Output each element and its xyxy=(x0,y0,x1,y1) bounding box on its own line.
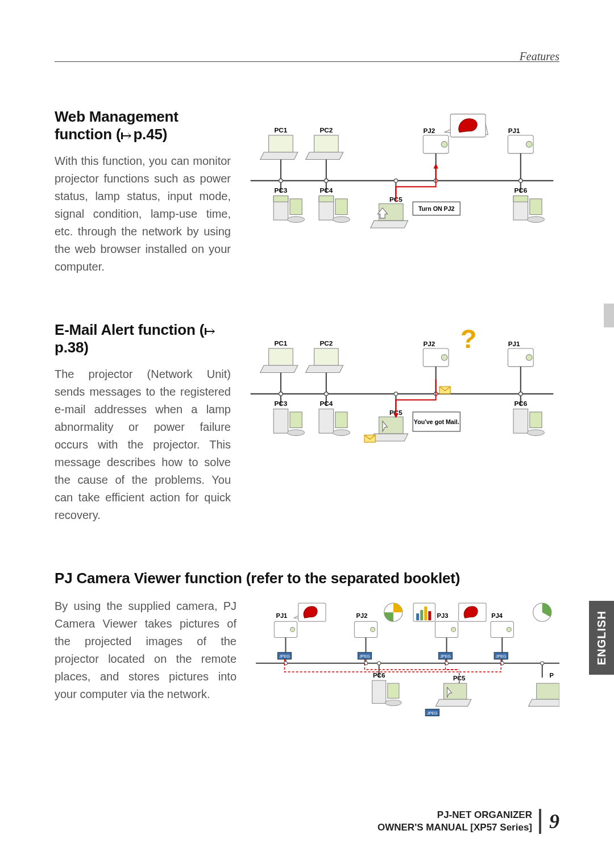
callout-text: Turn ON PJ2 xyxy=(418,205,455,212)
title-text-ref: p.45) xyxy=(133,126,167,143)
node-pj4: PJ4 JPEG xyxy=(459,603,551,665)
svg-rect-108 xyxy=(537,683,559,699)
svg-point-17 xyxy=(279,179,283,182)
node-pc4: PC4 xyxy=(319,392,350,436)
label-pc1: PC1 xyxy=(275,339,288,347)
node-pc3: PC3 xyxy=(273,392,304,436)
svg-rect-61 xyxy=(319,409,334,433)
callout-mail: You've got Mail. xyxy=(413,412,460,431)
node-pc3: PC3 xyxy=(273,179,304,223)
svg-point-101 xyxy=(377,662,381,665)
svg-rect-86 xyxy=(416,613,419,620)
svg-marker-32 xyxy=(433,164,438,169)
svg-point-38 xyxy=(528,217,545,223)
label-pc4: PC4 xyxy=(320,186,333,194)
jpeg-label: JPEG xyxy=(359,654,370,658)
svg-rect-57 xyxy=(290,412,302,428)
svg-point-96 xyxy=(507,627,511,632)
jpeg-label: JPEG xyxy=(427,711,437,715)
svg-point-60 xyxy=(325,392,328,396)
svg-rect-4 xyxy=(314,135,339,152)
svg-point-29 xyxy=(394,179,397,182)
svg-point-91 xyxy=(451,627,456,632)
node-pc6: PC6 xyxy=(513,179,544,223)
svg-rect-37 xyxy=(530,199,542,215)
jpeg-label: JPEG xyxy=(279,654,289,658)
section-title: Web Management function (p.45) xyxy=(55,108,231,143)
section-web-management: Web Management function (p.45) With this… xyxy=(55,108,559,276)
svg-point-63 xyxy=(333,430,350,436)
svg-point-65 xyxy=(394,392,397,396)
node-pc6: PC6 xyxy=(372,662,401,706)
page-footer: PJ-NET ORGANIZER OWNER'S MANUAL [XP57 Se… xyxy=(377,809,559,834)
label-pj3: PJ3 xyxy=(437,612,449,619)
title-text-pre: E-Mail Alert function ( xyxy=(55,321,204,338)
label-pc2: PC2 xyxy=(320,126,333,134)
label-pj1: PJ1 xyxy=(508,127,520,134)
node-pj3: PJ3 JPEG xyxy=(413,603,458,665)
node-pc2: PC2 xyxy=(306,339,343,396)
label-pc4: PC4 xyxy=(320,400,333,407)
svg-rect-87 xyxy=(420,610,423,620)
svg-rect-103 xyxy=(388,683,399,698)
node-pc1: PC1 xyxy=(260,339,298,396)
svg-point-23 xyxy=(325,179,328,182)
svg-rect-72 xyxy=(530,412,542,428)
svg-point-51 xyxy=(526,355,532,361)
svg-point-47 xyxy=(441,355,447,361)
svg-point-8 xyxy=(441,142,447,148)
svg-rect-71 xyxy=(513,409,528,433)
page-number: 9 xyxy=(549,809,559,833)
svg-rect-56 xyxy=(273,409,288,433)
section-camera-viewer: PJ Camera Viewer function (refer to the … xyxy=(55,570,559,743)
jpeg-label: JPEG xyxy=(496,654,506,658)
svg-rect-102 xyxy=(372,680,386,703)
node-pj2: PJ2 xyxy=(423,114,488,182)
svg-point-81 xyxy=(371,627,375,632)
node-pc5: PC5 JPEG xyxy=(425,675,471,716)
svg-point-104 xyxy=(385,700,401,705)
header-rule xyxy=(55,61,559,62)
svg-rect-19 xyxy=(273,196,288,202)
svg-rect-40 xyxy=(269,348,293,366)
svg-rect-25 xyxy=(319,196,334,202)
svg-rect-26 xyxy=(335,199,347,215)
section-body: The projector (Network Unit) sends messa… xyxy=(55,366,231,524)
svg-rect-62 xyxy=(335,412,347,428)
section-title: E-Mail Alert function (p.38) xyxy=(55,321,231,356)
svg-point-58 xyxy=(288,430,305,436)
node-pc2: PC2 xyxy=(306,126,343,182)
label-pc6: PC6 xyxy=(514,400,527,407)
svg-point-73 xyxy=(528,430,545,436)
footer-line1: PJ-NET ORGANIZER xyxy=(437,809,532,820)
node-pj2: PJ2 JPEG xyxy=(354,603,403,665)
label-pj2: PJ2 xyxy=(424,340,435,347)
language-tab: ENGLISH xyxy=(589,601,614,675)
label-pc3: PC3 xyxy=(275,400,288,407)
question-mark-icon: ? xyxy=(460,324,477,354)
label-pj2: PJ2 xyxy=(356,612,368,619)
section-title: PJ Camera Viewer function (refer to the … xyxy=(55,570,559,587)
pointer-icon xyxy=(121,131,132,140)
jpeg-label: JPEG xyxy=(440,654,450,658)
label-pj1: PJ1 xyxy=(508,340,520,347)
label-pc1: PC1 xyxy=(275,126,288,134)
diagram-email-alert: PC1 PC2 PJ2 xyxy=(244,321,559,454)
diagram-camera-viewer: PJ1 JPEG PJ2 xyxy=(250,597,559,741)
label-pj1: PJ1 xyxy=(276,612,288,619)
label-pj2: PJ2 xyxy=(424,127,435,134)
node-pj1: PJ1 xyxy=(508,340,533,396)
pointer-icon xyxy=(204,327,215,336)
node-pj2: PJ2 ? xyxy=(423,324,476,396)
svg-point-21 xyxy=(288,217,305,223)
label-pc6: PC6 xyxy=(514,186,527,194)
svg-point-34 xyxy=(519,179,522,182)
svg-rect-36 xyxy=(513,196,528,202)
node-p: P xyxy=(529,662,559,707)
svg-rect-20 xyxy=(290,199,302,215)
svg-rect-88 xyxy=(424,607,427,620)
callout-turn-on: Turn ON PJ2 xyxy=(413,202,460,215)
footer-line2: OWNER'S MANUAL [XP57 Series] xyxy=(377,822,532,833)
svg-point-70 xyxy=(519,392,522,396)
section-body: By using the supplied camera, PJ Camera … xyxy=(55,597,237,703)
